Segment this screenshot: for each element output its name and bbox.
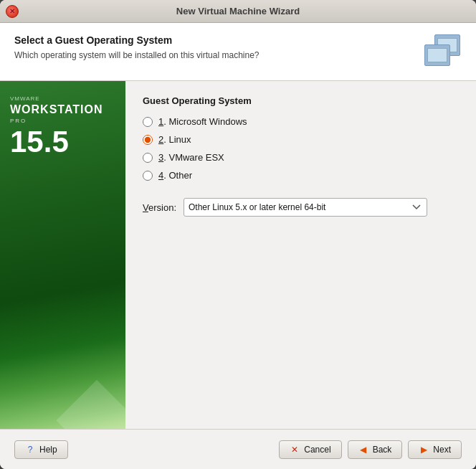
header-section: Select a Guest Operating System Which op… bbox=[0, 23, 476, 81]
wizard-window: ✕ New Virtual Machine Wizard Select a Gu… bbox=[0, 0, 476, 469]
radio-windows[interactable] bbox=[143, 117, 153, 127]
sidebar-version: 15.5 bbox=[10, 127, 69, 157]
next-button[interactable]: ▶ Next bbox=[408, 440, 462, 459]
os-option-linux[interactable]: 2. Linux bbox=[143, 134, 459, 145]
os-option-windows[interactable]: 1. Microsoft Windows bbox=[143, 116, 459, 127]
radio-vmware-esx-label: 3. VMware ESX bbox=[158, 152, 224, 163]
back-button[interactable]: ◀ Back bbox=[348, 440, 403, 459]
page-heading: Select a Guest Operating System bbox=[14, 34, 260, 46]
right-panel: Guest Operating System 1. Microsoft Wind… bbox=[125, 81, 476, 429]
version-label: Version: bbox=[143, 202, 176, 213]
radio-windows-label: 1. Microsoft Windows bbox=[158, 116, 247, 127]
radio-linux[interactable] bbox=[143, 135, 153, 145]
next-label: Next bbox=[433, 445, 451, 455]
back-label: Back bbox=[373, 445, 392, 455]
footer-left: ? Help bbox=[14, 440, 68, 459]
os-option-other[interactable]: 4. Other bbox=[143, 170, 459, 181]
os-option-vmware-esx[interactable]: 3. VMware ESX bbox=[143, 152, 459, 163]
computers-icon bbox=[424, 34, 462, 69]
version-row: Version: Other Linux 5.x or later kernel… bbox=[143, 198, 459, 217]
computer-front-unit bbox=[424, 44, 450, 66]
radio-other-label: 4. Other bbox=[158, 170, 192, 181]
window-title: New Virtual Machine Wizard bbox=[176, 6, 300, 16]
os-radio-group: 1. Microsoft Windows 2. Linux 3. VMware … bbox=[143, 116, 459, 181]
sidebar-product: WORKSTATION bbox=[10, 103, 103, 116]
help-button[interactable]: ? Help bbox=[14, 440, 68, 459]
help-icon: ? bbox=[25, 445, 35, 455]
cancel-button[interactable]: ✕ Cancel bbox=[279, 440, 341, 459]
radio-vmware-esx[interactable] bbox=[143, 153, 153, 163]
help-label: Help bbox=[39, 445, 57, 455]
cancel-icon: ✕ bbox=[290, 445, 300, 455]
version-select[interactable]: Other Linux 5.x or later kernel 64-bit O… bbox=[184, 198, 427, 217]
titlebar: ✕ New Virtual Machine Wizard bbox=[0, 0, 476, 23]
footer-right: ✕ Cancel ◀ Back ▶ Next bbox=[279, 440, 462, 459]
close-button[interactable]: ✕ bbox=[6, 5, 19, 18]
radio-linux-label: 2. Linux bbox=[158, 134, 191, 145]
back-icon: ◀ bbox=[358, 445, 368, 455]
header-text-area: Select a Guest Operating System Which op… bbox=[14, 34, 260, 60]
radio-other[interactable] bbox=[143, 171, 153, 181]
page-subtext: Which operating system will be installed… bbox=[14, 50, 260, 60]
footer: ? Help ✕ Cancel ◀ Back ▶ Next bbox=[0, 429, 476, 469]
next-icon: ▶ bbox=[419, 445, 429, 455]
section-title: Guest Operating System bbox=[143, 95, 459, 106]
main-content: VMWARE WORKSTATION PRO 15.5 Guest Operat… bbox=[0, 81, 476, 429]
sidebar-brand: VMWARE bbox=[10, 95, 40, 102]
sidebar: VMWARE WORKSTATION PRO 15.5 bbox=[0, 81, 125, 429]
cancel-label: Cancel bbox=[304, 445, 330, 455]
sidebar-pro-label: PRO bbox=[10, 118, 27, 124]
